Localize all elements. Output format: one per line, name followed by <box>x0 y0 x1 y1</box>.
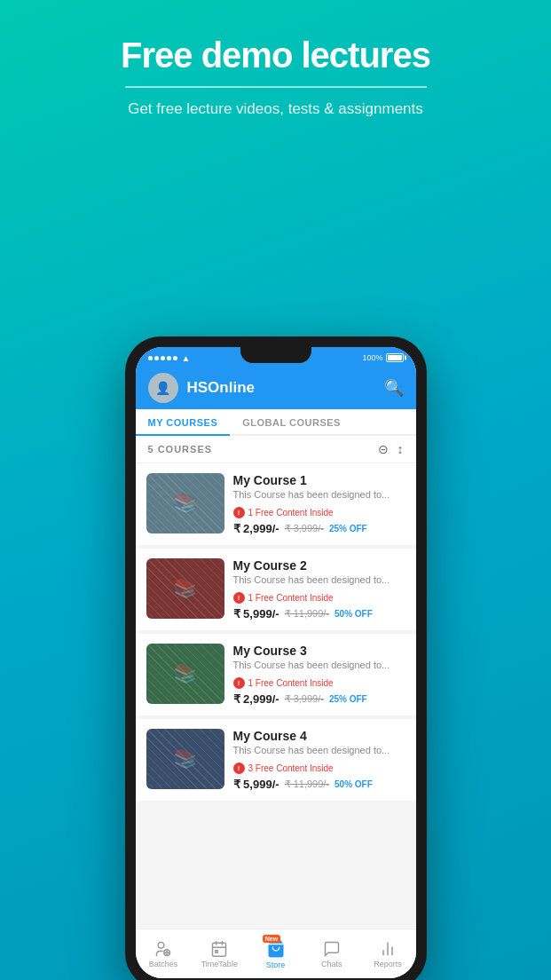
price-original: ₹ 11,999/- <box>285 778 329 790</box>
course-list: 📚 My Course 1 This Course has been desig… <box>136 463 416 929</box>
course-info-1: My Course 1 This Course has been designe… <box>233 473 405 535</box>
free-label: 3 Free Content Inside <box>248 763 334 773</box>
nav-item-store[interactable]: New Store <box>248 929 303 978</box>
course-desc: This Course has been designed to... <box>233 489 405 500</box>
course-thumbnail-1: 📚 <box>146 473 224 533</box>
filter-icons: ⊝ ↕ <box>378 442 404 456</box>
free-label: 1 Free Content Inside <box>248 593 334 603</box>
nav-item-batches[interactable]: Batches <box>136 929 192 978</box>
phone-screen: ▲ 9:41 AM 100% 👤 HSOnline 🔍 MY COURSES <box>136 347 416 978</box>
hero-subtitle: Get free lecture videos, tests & assignm… <box>27 99 524 120</box>
badge-dot: ! <box>233 677 245 689</box>
new-badge: New <box>263 935 280 943</box>
discount-badge: 25% OFF <box>329 524 367 533</box>
hero-section: Free demo lectures Get free lecture vide… <box>0 0 551 138</box>
course-thumbnail-4: 📚 <box>146 729 224 789</box>
bottom-nav: Batches TimeTable New Store Chats <box>136 929 416 978</box>
signal-dot-3 <box>161 356 165 360</box>
battery-icon <box>386 353 404 362</box>
price-original: ₹ 11,999/- <box>285 608 329 620</box>
course-name: My Course 4 <box>233 729 405 743</box>
course-desc: This Course has been designed to... <box>233 574 405 585</box>
badge-dot: ! <box>233 592 245 604</box>
course-desc: This Course has been designed to... <box>233 660 405 670</box>
discount-badge: 50% OFF <box>335 779 373 789</box>
nav-chats-label: Chats <box>321 960 342 968</box>
badge-dot: ! <box>233 507 245 518</box>
price-original: ₹ 3,999/- <box>285 693 324 705</box>
timetable-icon <box>210 940 228 958</box>
price-row: ₹ 2,999/- ₹ 3,999/- 25% OFF <box>233 692 405 706</box>
course-name: My Course 1 <box>233 473 405 487</box>
price-current: ₹ 5,999/- <box>233 778 279 791</box>
hero-divider <box>125 86 427 88</box>
list-item[interactable]: 📚 My Course 1 This Course has been desig… <box>136 463 416 545</box>
nav-reports-label: Reports <box>374 960 402 968</box>
nav-item-chats[interactable]: Chats <box>303 929 359 978</box>
signal-dot-1 <box>148 356 153 360</box>
free-label: 1 Free Content Inside <box>248 678 334 688</box>
chats-icon <box>323 940 341 958</box>
status-left: ▲ <box>148 353 191 363</box>
battery-percent: 100% <box>362 353 382 362</box>
course-count: 5 COURSES <box>148 444 213 454</box>
free-content-badge: ! 1 Free Content Inside <box>233 592 334 604</box>
signal-dot-5 <box>173 356 177 360</box>
nav-item-reports[interactable]: Reports <box>359 929 415 978</box>
free-content-badge: ! 3 Free Content Inside <box>233 763 334 774</box>
svg-point-0 <box>158 942 164 948</box>
signal-dot-2 <box>154 356 159 360</box>
course-info-2: My Course 2 This Course has been designe… <box>233 558 405 620</box>
nav-store-label: Store <box>266 960 286 969</box>
nav-batches-label: Batches <box>149 960 178 968</box>
price-current: ₹ 2,999/- <box>233 522 279 535</box>
price-row: ₹ 5,999/- ₹ 11,999/- 50% OFF <box>233 778 405 791</box>
list-item[interactable]: 📚 My Course 3 This Course has been desig… <box>136 634 416 715</box>
reports-icon <box>379 940 397 958</box>
phone-notch <box>240 347 311 363</box>
status-right: 100% <box>362 353 403 362</box>
hero-title: Free demo lectures <box>27 36 524 75</box>
price-original: ₹ 3,999/- <box>285 523 324 534</box>
list-header: 5 COURSES ⊝ ↕ <box>136 436 416 463</box>
course-name: My Course 3 <box>233 644 405 658</box>
discount-badge: 50% OFF <box>335 609 373 619</box>
price-current: ₹ 2,999/- <box>233 692 279 706</box>
svg-rect-2 <box>213 943 226 956</box>
course-info-4: My Course 4 This Course has been designe… <box>233 729 405 791</box>
filter-icon[interactable]: ⊝ <box>378 442 389 456</box>
signal-dot-4 <box>167 356 171 360</box>
price-row: ₹ 5,999/- ₹ 11,999/- 50% OFF <box>233 607 405 620</box>
nav-item-timetable[interactable]: TimeTable <box>192 929 248 978</box>
price-row: ₹ 2,999/- ₹ 3,999/- 25% OFF <box>233 522 405 535</box>
badge-dot: ! <box>233 763 245 774</box>
course-thumbnail-2: 📚 <box>146 558 224 619</box>
app-title: HSOnline <box>187 379 375 397</box>
course-thumbnail-3: 📚 <box>146 644 224 704</box>
app-header: 👤 HSOnline 🔍 <box>136 367 416 409</box>
svg-rect-3 <box>216 950 218 952</box>
tab-my-courses[interactable]: MY COURSES <box>136 409 231 434</box>
free-content-badge: ! 1 Free Content Inside <box>233 507 334 518</box>
search-icon[interactable]: 🔍 <box>384 378 404 398</box>
free-content-badge: ! 1 Free Content Inside <box>233 677 334 689</box>
list-item[interactable]: 📚 My Course 4 This Course has been desig… <box>136 719 416 801</box>
course-desc: This Course has been designed to... <box>233 745 405 755</box>
tabs-bar: MY COURSES GLOBAL COURSES <box>136 409 416 436</box>
list-item[interactable]: 📚 My Course 2 This Course has been desig… <box>136 549 416 630</box>
wifi-icon: ▲ <box>182 353 191 363</box>
batches-icon <box>154 940 172 958</box>
free-label: 1 Free Content Inside <box>248 508 334 518</box>
nav-timetable-label: TimeTable <box>201 960 238 968</box>
course-info-3: My Course 3 This Course has been designe… <box>233 644 405 706</box>
sort-icon[interactable]: ↕ <box>398 442 404 456</box>
course-name: My Course 2 <box>233 558 405 573</box>
avatar[interactable]: 👤 <box>148 373 178 403</box>
phone-frame: ▲ 9:41 AM 100% 👤 HSOnline 🔍 MY COURSES <box>125 336 427 980</box>
discount-badge: 25% OFF <box>329 694 367 704</box>
price-current: ₹ 5,999/- <box>233 607 279 620</box>
tab-global-courses[interactable]: GLOBAL COURSES <box>230 409 353 434</box>
